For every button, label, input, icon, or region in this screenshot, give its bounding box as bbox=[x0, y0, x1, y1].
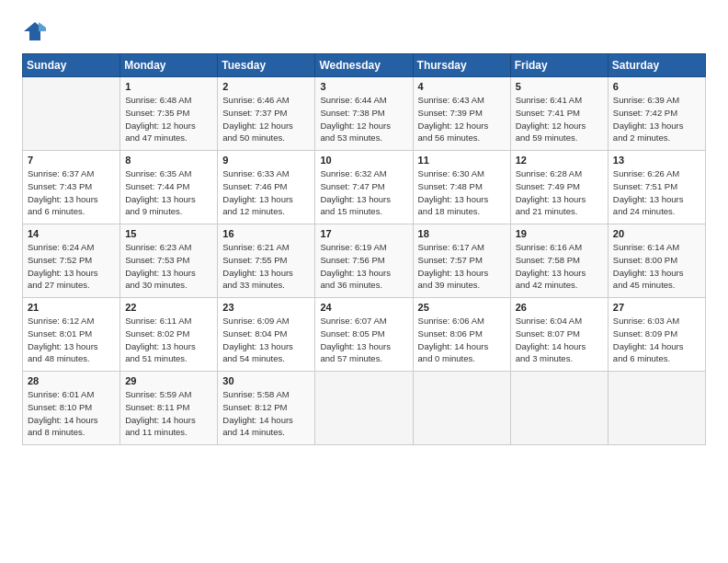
day-info: Sunrise: 6:03 AM Sunset: 8:09 PM Dayligh… bbox=[613, 315, 700, 365]
day-number: 5 bbox=[516, 81, 603, 92]
day-info: Sunrise: 6:35 AM Sunset: 7:44 PM Dayligh… bbox=[125, 167, 212, 218]
day-info: Sunrise: 6:24 AM Sunset: 7:52 PM Dayligh… bbox=[28, 241, 115, 292]
day-number: 16 bbox=[222, 228, 310, 239]
day-number: 23 bbox=[222, 302, 310, 313]
day-cell bbox=[23, 77, 120, 151]
day-info: Sunrise: 6:17 AM Sunset: 7:57 PM Dayligh… bbox=[418, 241, 506, 292]
day-number: 22 bbox=[125, 302, 212, 313]
day-number: 19 bbox=[516, 228, 603, 239]
day-cell: 29Sunrise: 5:59 AM Sunset: 8:11 PM Dayli… bbox=[120, 372, 218, 445]
day-info: Sunrise: 6:32 AM Sunset: 7:47 PM Dayligh… bbox=[320, 167, 407, 218]
header-row: SundayMondayTuesdayWednesdayThursdayFrid… bbox=[23, 54, 706, 77]
header-cell-wednesday: Wednesday bbox=[315, 54, 413, 77]
day-cell: 8Sunrise: 6:35 AM Sunset: 7:44 PM Daylig… bbox=[120, 151, 218, 224]
day-info: Sunrise: 6:04 AM Sunset: 8:07 PM Dayligh… bbox=[516, 315, 603, 365]
header-cell-saturday: Saturday bbox=[608, 54, 705, 77]
day-cell: 21Sunrise: 6:12 AM Sunset: 8:01 PM Dayli… bbox=[23, 298, 120, 372]
week-row-2: 7Sunrise: 6:37 AM Sunset: 7:43 PM Daylig… bbox=[23, 151, 706, 224]
day-cell: 19Sunrise: 6:16 AM Sunset: 7:58 PM Dayli… bbox=[510, 224, 608, 298]
day-cell: 18Sunrise: 6:17 AM Sunset: 7:57 PM Dayli… bbox=[413, 224, 510, 298]
page: SundayMondayTuesdayWednesdayThursdayFrid… bbox=[0, 0, 728, 563]
day-info: Sunrise: 6:41 AM Sunset: 7:41 PM Dayligh… bbox=[516, 94, 603, 144]
day-cell: 4Sunrise: 6:43 AM Sunset: 7:39 PM Daylig… bbox=[413, 77, 510, 151]
day-number: 26 bbox=[516, 302, 603, 313]
day-cell bbox=[608, 372, 705, 445]
day-cell: 5Sunrise: 6:41 AM Sunset: 7:41 PM Daylig… bbox=[510, 77, 608, 151]
day-info: Sunrise: 6:14 AM Sunset: 8:00 PM Dayligh… bbox=[613, 241, 700, 292]
day-number: 25 bbox=[418, 302, 506, 313]
day-cell: 12Sunrise: 6:28 AM Sunset: 7:49 PM Dayli… bbox=[510, 151, 608, 224]
day-cell: 17Sunrise: 6:19 AM Sunset: 7:56 PM Dayli… bbox=[315, 224, 413, 298]
week-row-5: 28Sunrise: 6:01 AM Sunset: 8:10 PM Dayli… bbox=[23, 372, 706, 445]
day-number: 4 bbox=[418, 81, 506, 92]
week-row-3: 14Sunrise: 6:24 AM Sunset: 7:52 PM Dayli… bbox=[23, 224, 706, 298]
day-number: 30 bbox=[222, 375, 310, 386]
calendar-table: SundayMondayTuesdayWednesdayThursdayFrid… bbox=[22, 53, 706, 445]
calendar-header: SundayMondayTuesdayWednesdayThursdayFrid… bbox=[23, 54, 706, 77]
day-info: Sunrise: 6:21 AM Sunset: 7:55 PM Dayligh… bbox=[222, 241, 310, 292]
day-info: Sunrise: 6:01 AM Sunset: 8:10 PM Dayligh… bbox=[28, 388, 115, 439]
day-cell: 24Sunrise: 6:07 AM Sunset: 8:05 PM Dayli… bbox=[315, 298, 413, 372]
day-number: 2 bbox=[222, 81, 310, 92]
day-info: Sunrise: 6:19 AM Sunset: 7:56 PM Dayligh… bbox=[320, 241, 407, 292]
day-number: 10 bbox=[320, 155, 407, 166]
day-info: Sunrise: 5:58 AM Sunset: 8:12 PM Dayligh… bbox=[222, 388, 310, 439]
header-cell-tuesday: Tuesday bbox=[218, 54, 315, 77]
header-cell-friday: Friday bbox=[510, 54, 608, 77]
day-info: Sunrise: 6:48 AM Sunset: 7:35 PM Dayligh… bbox=[125, 94, 212, 144]
day-number: 7 bbox=[28, 155, 115, 166]
day-info: Sunrise: 6:07 AM Sunset: 8:05 PM Dayligh… bbox=[320, 315, 407, 365]
day-info: Sunrise: 6:06 AM Sunset: 8:06 PM Dayligh… bbox=[418, 315, 506, 365]
day-cell: 22Sunrise: 6:11 AM Sunset: 8:02 PM Dayli… bbox=[120, 298, 218, 372]
day-info: Sunrise: 5:59 AM Sunset: 8:11 PM Dayligh… bbox=[125, 388, 212, 439]
logo-icon bbox=[22, 18, 48, 44]
day-cell: 6Sunrise: 6:39 AM Sunset: 7:42 PM Daylig… bbox=[608, 77, 705, 151]
week-row-1: 1Sunrise: 6:48 AM Sunset: 7:35 PM Daylig… bbox=[23, 77, 706, 151]
day-number: 9 bbox=[222, 155, 310, 166]
day-number: 17 bbox=[320, 228, 407, 239]
day-cell: 16Sunrise: 6:21 AM Sunset: 7:55 PM Dayli… bbox=[218, 224, 315, 298]
day-cell: 23Sunrise: 6:09 AM Sunset: 8:04 PM Dayli… bbox=[218, 298, 315, 372]
day-cell: 30Sunrise: 5:58 AM Sunset: 8:12 PM Dayli… bbox=[218, 372, 315, 445]
day-number: 24 bbox=[320, 302, 407, 313]
day-cell: 15Sunrise: 6:23 AM Sunset: 7:53 PM Dayli… bbox=[120, 224, 218, 298]
day-cell: 3Sunrise: 6:44 AM Sunset: 7:38 PM Daylig… bbox=[315, 77, 413, 151]
day-info: Sunrise: 6:26 AM Sunset: 7:51 PM Dayligh… bbox=[613, 167, 700, 218]
day-number: 20 bbox=[613, 228, 700, 239]
day-cell: 27Sunrise: 6:03 AM Sunset: 8:09 PM Dayli… bbox=[608, 298, 705, 372]
day-number: 11 bbox=[418, 155, 506, 166]
day-info: Sunrise: 6:16 AM Sunset: 7:58 PM Dayligh… bbox=[516, 241, 603, 292]
header-cell-monday: Monday bbox=[120, 54, 218, 77]
day-number: 27 bbox=[613, 302, 700, 313]
day-number: 29 bbox=[125, 375, 212, 386]
calendar-body: 1Sunrise: 6:48 AM Sunset: 7:35 PM Daylig… bbox=[23, 77, 706, 445]
day-info: Sunrise: 6:37 AM Sunset: 7:43 PM Dayligh… bbox=[28, 167, 115, 218]
day-info: Sunrise: 6:39 AM Sunset: 7:42 PM Dayligh… bbox=[613, 94, 700, 144]
day-info: Sunrise: 6:33 AM Sunset: 7:46 PM Dayligh… bbox=[222, 167, 310, 218]
day-number: 18 bbox=[418, 228, 506, 239]
day-info: Sunrise: 6:23 AM Sunset: 7:53 PM Dayligh… bbox=[125, 241, 212, 292]
week-row-4: 21Sunrise: 6:12 AM Sunset: 8:01 PM Dayli… bbox=[23, 298, 706, 372]
day-cell: 7Sunrise: 6:37 AM Sunset: 7:43 PM Daylig… bbox=[23, 151, 120, 224]
header-cell-sunday: Sunday bbox=[23, 54, 120, 77]
day-number: 6 bbox=[613, 81, 700, 92]
day-cell: 25Sunrise: 6:06 AM Sunset: 8:06 PM Dayli… bbox=[413, 298, 510, 372]
day-number: 8 bbox=[125, 155, 212, 166]
day-cell: 9Sunrise: 6:33 AM Sunset: 7:46 PM Daylig… bbox=[218, 151, 315, 224]
day-info: Sunrise: 6:09 AM Sunset: 8:04 PM Dayligh… bbox=[222, 315, 310, 365]
day-cell: 1Sunrise: 6:48 AM Sunset: 7:35 PM Daylig… bbox=[120, 77, 218, 151]
day-number: 14 bbox=[28, 228, 115, 239]
day-number: 15 bbox=[125, 228, 212, 239]
day-cell: 14Sunrise: 6:24 AM Sunset: 7:52 PM Dayli… bbox=[23, 224, 120, 298]
day-number: 3 bbox=[320, 81, 407, 92]
day-cell: 2Sunrise: 6:46 AM Sunset: 7:37 PM Daylig… bbox=[218, 77, 315, 151]
day-info: Sunrise: 6:12 AM Sunset: 8:01 PM Dayligh… bbox=[28, 315, 115, 365]
day-cell bbox=[413, 372, 510, 445]
day-cell: 26Sunrise: 6:04 AM Sunset: 8:07 PM Dayli… bbox=[510, 298, 608, 372]
day-cell: 20Sunrise: 6:14 AM Sunset: 8:00 PM Dayli… bbox=[608, 224, 705, 298]
day-cell: 13Sunrise: 6:26 AM Sunset: 7:51 PM Dayli… bbox=[608, 151, 705, 224]
day-info: Sunrise: 6:44 AM Sunset: 7:38 PM Dayligh… bbox=[320, 94, 407, 144]
day-info: Sunrise: 6:11 AM Sunset: 8:02 PM Dayligh… bbox=[125, 315, 212, 365]
logo bbox=[22, 18, 51, 44]
day-cell bbox=[510, 372, 608, 445]
